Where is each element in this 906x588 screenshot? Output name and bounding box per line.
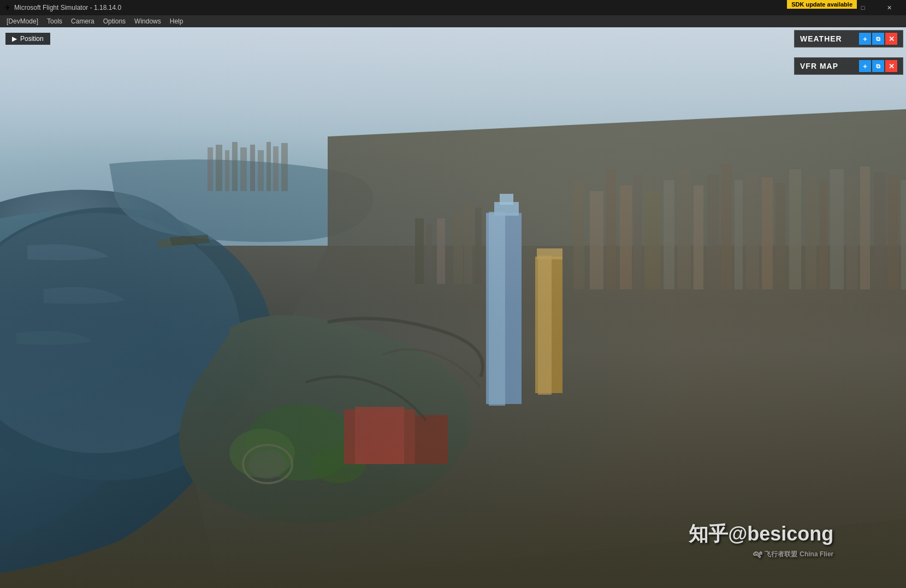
svg-rect-55 [240, 147, 247, 191]
logo-icon: 🛩 [753, 549, 762, 560]
water-bay-svg [0, 27, 906, 588]
weather-add-button[interactable]: + [859, 33, 871, 45]
vfr-panel-header: VFR MAP + ⧉ ✕ [794, 57, 903, 75]
svg-rect-18 [538, 256, 552, 395]
svg-rect-21 [573, 180, 584, 289]
sdk-banner-text: SDK update available [791, 1, 852, 8]
svg-rect-49 [426, 224, 433, 284]
svg-rect-26 [644, 191, 661, 289]
svg-rect-41 [860, 167, 870, 289]
viewport: ▶ Position WEATHER + ⧉ ✕ VFR MAP + ⧉ ✕ 知… [0, 27, 906, 588]
weather-expand-button[interactable]: ⧉ [872, 33, 884, 45]
position-label: Position [20, 35, 44, 43]
watermark: 知乎@besicong 🛩 飞行者联盟 China Flier [689, 521, 833, 560]
svg-rect-14 [505, 213, 522, 404]
svg-rect-10 [355, 407, 404, 464]
svg-rect-58 [267, 142, 271, 191]
svg-rect-13 [489, 212, 505, 406]
svg-rect-19 [552, 258, 562, 393]
app-icon: ✈ [4, 3, 11, 12]
svg-rect-56 [250, 145, 255, 191]
svg-rect-39 [830, 169, 844, 289]
svg-rect-36 [789, 169, 801, 289]
menu-camera[interactable]: Camera [67, 15, 99, 27]
titlebar-left: ✈ Microsoft Flight Simulator - 1.18.14.0 [4, 3, 121, 12]
svg-rect-25 [633, 175, 642, 289]
svg-rect-44 [901, 180, 906, 289]
svg-rect-52 [216, 145, 222, 191]
watermark-logo: 🛩 飞行者联盟 China Flier [753, 549, 833, 560]
logo-en: China Flier [800, 550, 833, 558]
svg-rect-46 [475, 207, 482, 284]
svg-rect-32 [735, 180, 743, 289]
svg-rect-28 [677, 169, 691, 289]
vfr-title: VFR MAP [800, 62, 838, 70]
weather-panel: WEATHER + ⧉ ✕ [794, 30, 903, 47]
menu-help[interactable]: Help [165, 15, 188, 27]
svg-rect-45 [464, 202, 472, 284]
svg-rect-57 [258, 150, 264, 191]
svg-rect-40 [846, 177, 857, 289]
svg-rect-53 [225, 150, 229, 191]
position-button[interactable]: ▶ Position [5, 33, 50, 45]
weather-title: WEATHER [800, 34, 842, 43]
svg-rect-43 [887, 175, 898, 289]
vfr-add-button[interactable]: + [859, 60, 871, 72]
svg-rect-24 [620, 186, 632, 289]
svg-rect-48 [437, 218, 445, 284]
titlebar: ✈ Microsoft Flight Simulator - 1.18.14.0… [0, 0, 906, 15]
title-text: Microsoft Flight Simulator - 1.18.14.0 [14, 4, 121, 11]
svg-rect-51 [208, 147, 213, 191]
menu-tools[interactable]: Tools [43, 15, 67, 27]
svg-rect-38 [819, 180, 827, 289]
weather-panel-controls: + ⧉ ✕ [859, 33, 897, 45]
svg-rect-20 [537, 248, 562, 259]
svg-rect-50 [415, 218, 424, 284]
svg-rect-31 [721, 164, 732, 289]
vfr-map-panel: VFR MAP + ⧉ ✕ [794, 57, 903, 75]
watermark-chinese: 知乎@besicong [689, 521, 833, 548]
menu-devmode[interactable]: [DevMode] [2, 15, 43, 27]
svg-rect-42 [874, 172, 886, 289]
vfr-panel-controls: + ⧉ ✕ [859, 60, 897, 72]
position-icon: ▶ [12, 35, 17, 43]
logo-cn: 飞行者联盟 [765, 550, 797, 559]
sdk-update-banner[interactable]: SDK update available [787, 0, 857, 9]
svg-point-62 [248, 449, 287, 479]
svg-rect-30 [707, 175, 719, 289]
svg-rect-16 [500, 194, 513, 205]
close-button[interactable]: ✕ [877, 0, 902, 15]
svg-rect-33 [745, 172, 759, 289]
svg-rect-34 [762, 177, 773, 289]
vfr-expand-button[interactable]: ⧉ [872, 60, 884, 72]
svg-rect-54 [232, 142, 238, 191]
vfr-close-button[interactable]: ✕ [885, 60, 897, 72]
svg-rect-60 [281, 143, 288, 191]
svg-rect-59 [273, 146, 279, 191]
svg-rect-29 [694, 186, 703, 289]
svg-rect-35 [775, 183, 785, 289]
svg-rect-37 [806, 175, 816, 289]
weather-close-button[interactable]: ✕ [885, 33, 897, 45]
svg-rect-27 [664, 180, 674, 289]
menu-options[interactable]: Options [99, 15, 130, 27]
menu-windows[interactable]: Windows [130, 15, 165, 27]
weather-panel-header: WEATHER + ⧉ ✕ [794, 30, 903, 47]
svg-rect-23 [606, 169, 616, 289]
svg-rect-11 [415, 415, 448, 464]
menubar: [DevMode] Tools Camera Options Windows H… [0, 15, 906, 27]
svg-rect-47 [453, 213, 463, 284]
svg-rect-22 [590, 191, 603, 289]
